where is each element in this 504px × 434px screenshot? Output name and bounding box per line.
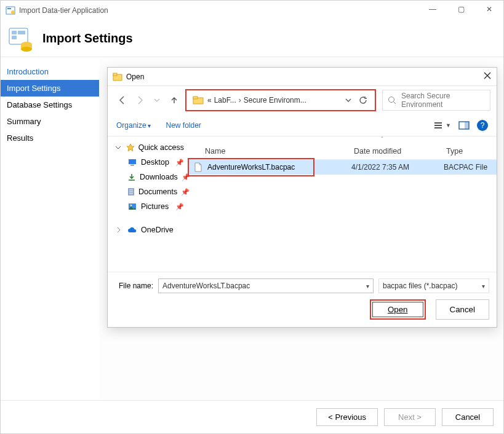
search-placeholder: Search Secure Environment bbox=[401, 92, 485, 109]
view-options-button[interactable]: ▼ bbox=[434, 121, 451, 130]
sidebar-item-database-settings[interactable]: Database Settings bbox=[1, 97, 99, 113]
tree-label: Documents bbox=[138, 187, 177, 196]
tree-pictures[interactable]: Pictures 📌 bbox=[114, 199, 184, 214]
tree-quick-access[interactable]: Quick access bbox=[114, 140, 184, 155]
sort-indicator-icon: ˆ bbox=[268, 136, 497, 143]
svg-point-16 bbox=[389, 97, 394, 103]
svg-point-2 bbox=[11, 10, 15, 14]
app-icon bbox=[6, 6, 15, 15]
sidebar-item-introduction[interactable]: Introduction bbox=[1, 63, 99, 80]
highlight-box: Open bbox=[370, 299, 426, 320]
tree-downloads[interactable]: Downloads 📌 bbox=[114, 170, 184, 184]
star-icon bbox=[126, 143, 135, 152]
documents-icon bbox=[127, 187, 135, 197]
tree-label: Downloads bbox=[140, 173, 178, 181]
breadcrumb-prefix: « bbox=[207, 96, 212, 105]
help-icon[interactable]: ? bbox=[477, 120, 488, 131]
breadcrumb-seg2[interactable]: Secure Environm... bbox=[244, 96, 306, 105]
column-header-type[interactable]: Type bbox=[446, 147, 490, 156]
nav-back-button[interactable] bbox=[114, 92, 131, 109]
pin-icon: 📌 bbox=[175, 203, 184, 211]
pictures-icon bbox=[127, 202, 137, 211]
open-dialog-nav: « LabF... › Secure Environm... Search Se… bbox=[108, 86, 497, 114]
filetype-select[interactable]: bacpac files (*.bacpac) ▾ bbox=[378, 278, 489, 293]
cancel-button[interactable]: Cancel bbox=[442, 408, 494, 426]
tree-label: Quick access bbox=[138, 143, 184, 152]
tree-label: Pictures bbox=[141, 202, 169, 211]
downloads-icon bbox=[127, 172, 136, 182]
window-title: Import Data-tier Application bbox=[19, 6, 108, 15]
column-header-date[interactable]: Date modified bbox=[354, 147, 446, 156]
breadcrumb-dropdown-icon[interactable] bbox=[342, 97, 355, 103]
cloud-icon bbox=[127, 225, 137, 235]
chevron-down-icon[interactable]: ▾ bbox=[366, 283, 369, 290]
sidebar-item-results[interactable]: Results bbox=[1, 130, 99, 146]
close-button[interactable]: ✕ bbox=[475, 1, 503, 18]
file-type: BACPAC File bbox=[444, 163, 487, 172]
folder-icon bbox=[193, 95, 204, 105]
preview-pane-button[interactable] bbox=[458, 121, 470, 130]
open-dialog-cancel-button[interactable]: Cancel bbox=[436, 299, 490, 320]
file-name: AdventureWorksLT.bacpac bbox=[207, 163, 351, 172]
search-input[interactable]: Search Secure Environment bbox=[382, 90, 490, 111]
open-dialog-body: Quick access Desktop 📌 Downloads 📌 Docum… bbox=[108, 136, 497, 272]
nav-recent-dropdown[interactable] bbox=[148, 92, 166, 109]
svg-marker-23 bbox=[127, 144, 134, 151]
wizard-header-title: Import Settings bbox=[42, 31, 133, 45]
filename-value: AdventureWorksLT.bacpac bbox=[162, 282, 366, 290]
column-header-name[interactable]: Name bbox=[194, 147, 354, 156]
sidebar-item-summary[interactable]: Summary bbox=[1, 113, 99, 130]
file-date: 4/1/2022 7:35 AM bbox=[351, 163, 444, 172]
chevron-down-icon bbox=[114, 143, 122, 152]
minimize-button[interactable]: — bbox=[418, 1, 447, 18]
new-folder-button[interactable]: New folder bbox=[166, 121, 201, 130]
svg-rect-4 bbox=[12, 31, 17, 34]
svg-point-9 bbox=[21, 47, 32, 52]
previous-button[interactable]: < Previous bbox=[316, 408, 378, 426]
open-button[interactable]: Open bbox=[372, 302, 423, 317]
file-icon bbox=[194, 162, 204, 172]
breadcrumb-seg1[interactable]: LabF... bbox=[214, 96, 236, 105]
chevron-right-icon bbox=[114, 225, 124, 235]
maximize-button[interactable]: ▢ bbox=[447, 1, 475, 18]
svg-rect-11 bbox=[113, 73, 117, 76]
filetype-value: bacpac files (*.bacpac) bbox=[383, 282, 457, 290]
svg-rect-5 bbox=[12, 36, 17, 39]
tree-desktop[interactable]: Desktop 📌 bbox=[114, 155, 184, 170]
filename-label: File name: bbox=[115, 282, 153, 290]
address-bar[interactable]: « LabF... › Secure Environm... bbox=[185, 89, 376, 111]
desktop-icon bbox=[127, 157, 137, 167]
svg-rect-15 bbox=[193, 97, 198, 99]
svg-rect-1 bbox=[7, 8, 11, 9]
file-list: ˆ Name Date modified Type AdventureWorks… bbox=[188, 136, 497, 272]
open-dialog-close-icon[interactable] bbox=[483, 71, 492, 80]
wizard-header-icon bbox=[8, 26, 34, 52]
tree-label: OneDrive bbox=[141, 226, 174, 234]
app-window: Import Data-tier Application — ▢ ✕ Impor… bbox=[0, 0, 504, 434]
refresh-icon[interactable] bbox=[355, 96, 371, 105]
nav-tree: Quick access Desktop 📌 Downloads 📌 Docum… bbox=[108, 136, 188, 272]
next-button[interactable]: Next > bbox=[384, 408, 436, 426]
tree-documents[interactable]: Documents 📌 bbox=[114, 184, 184, 199]
tree-label: Desktop bbox=[141, 158, 169, 167]
wizard-header: Import Settings bbox=[1, 20, 503, 57]
breadcrumb-sep-icon: › bbox=[239, 96, 241, 105]
open-dialog-titlebar: Open bbox=[108, 68, 497, 86]
folder-icon bbox=[113, 72, 122, 82]
open-dialog-toolbar: Organize New folder ▼ ? bbox=[108, 114, 497, 136]
filename-input[interactable]: AdventureWorksLT.bacpac ▾ bbox=[158, 278, 374, 293]
svg-rect-22 bbox=[465, 122, 469, 129]
svg-rect-6 bbox=[18, 31, 25, 34]
open-dialog-title: Open bbox=[126, 73, 144, 81]
svg-rect-24 bbox=[129, 159, 136, 164]
nav-forward-button[interactable] bbox=[131, 92, 148, 109]
column-headers: Name Date modified Type bbox=[188, 143, 497, 160]
tree-onedrive[interactable]: OneDrive bbox=[114, 223, 184, 237]
open-file-dialog: Open « LabF... bbox=[107, 67, 497, 328]
svg-rect-25 bbox=[130, 165, 134, 166]
organize-button[interactable]: Organize bbox=[116, 121, 151, 130]
sidebar-item-import-settings[interactable]: Import Settings bbox=[1, 80, 99, 97]
chevron-down-icon: ▾ bbox=[482, 283, 485, 290]
nav-up-button[interactable] bbox=[166, 92, 183, 109]
file-row[interactable]: AdventureWorksLT.bacpac 4/1/2022 7:35 AM… bbox=[188, 160, 497, 175]
